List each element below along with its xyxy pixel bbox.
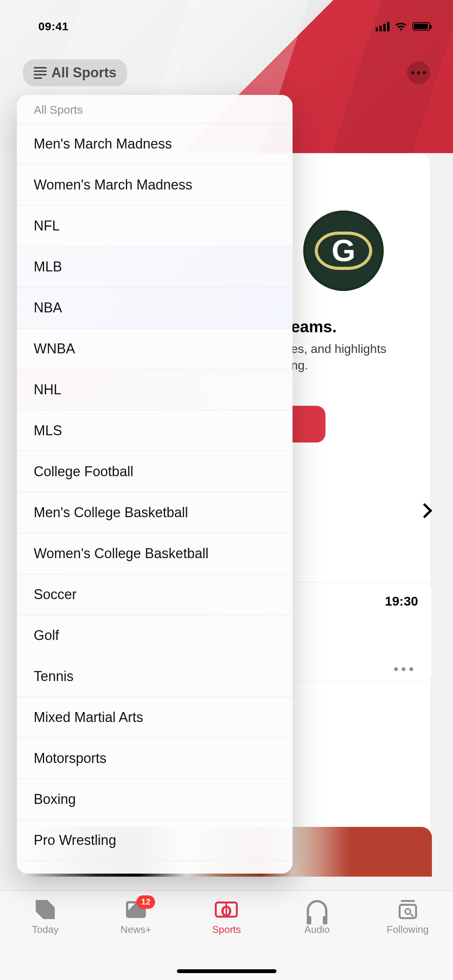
tab-label: News+ [121, 924, 151, 936]
dropdown-item[interactable]: NFL [17, 206, 293, 247]
dropdown-item[interactable]: MLS [17, 410, 293, 451]
status-bar: 09:41 [0, 13, 453, 40]
dropdown-item[interactable]: Tennis [17, 656, 293, 697]
section-row[interactable] [291, 505, 430, 516]
dropdown-item[interactable]: Women's College Basketball [17, 533, 293, 574]
dropdown-item[interactable]: College Football [17, 451, 293, 492]
team-logo-packers: G [303, 211, 384, 291]
card-more-icon[interactable] [394, 667, 413, 671]
dropdown-item[interactable]: Women's March Madness [17, 165, 293, 206]
more-button[interactable] [407, 61, 430, 84]
today-icon [34, 899, 57, 920]
tab-sports[interactable]: Sports [188, 899, 265, 936]
cta-button-partial[interactable] [291, 406, 325, 443]
sports-icon [215, 899, 238, 920]
audio-icon [306, 899, 329, 920]
dropdown-item[interactable]: Mixed Martial Arts [17, 697, 293, 738]
tab-label: Sports [212, 924, 241, 936]
chevron-right-icon [417, 503, 432, 518]
dropdown-item[interactable]: Soccer [17, 574, 293, 615]
score-card[interactable]: 19:30 [291, 582, 432, 681]
following-icon [396, 899, 419, 920]
sports-dropdown: All Sports Men's March Madness Women's M… [17, 95, 293, 874]
newsplus-badge: 12 [136, 895, 155, 909]
dropdown-item[interactable]: NHL [17, 369, 293, 410]
nav-bar: All Sports [0, 54, 453, 92]
wifi-icon [395, 22, 407, 31]
dropdown-item[interactable]: Golf [17, 615, 293, 656]
home-indicator[interactable] [177, 969, 276, 973]
tab-newsplus[interactable]: 12 News+ [98, 899, 174, 936]
dropdown-item[interactable]: Motorsports [17, 738, 293, 779]
dropdown-item[interactable]: WNBA [17, 328, 293, 369]
tab-following[interactable]: Following [370, 899, 446, 936]
tab-label: Following [387, 924, 429, 936]
status-time: 09:41 [38, 20, 69, 33]
tab-bar: Today 12 News+ Sports Audio Following [0, 890, 453, 980]
dropdown-item[interactable]: NBA [17, 287, 293, 328]
tab-label: Audio [304, 924, 330, 936]
chip-label: All Sports [51, 65, 116, 81]
dropdown-item[interactable]: Men's March Madness [17, 124, 293, 165]
newsplus-icon: 12 [124, 899, 147, 920]
tab-audio[interactable]: Audio [279, 899, 355, 936]
status-indicators [376, 22, 430, 31]
dropdown-item[interactable]: MLB [17, 247, 293, 287]
dropdown-item[interactable]: Pro Wrestling [17, 820, 293, 861]
battery-icon [412, 22, 430, 31]
all-sports-chip[interactable]: All Sports [23, 59, 127, 86]
list-icon [34, 67, 47, 79]
dropdown-item[interactable]: Boxing [17, 779, 293, 820]
tab-today[interactable]: Today [7, 899, 83, 936]
score-time: 19:30 [385, 594, 418, 609]
subtext-partial: es, and highlights ng. [291, 341, 444, 374]
headline-partial: eams. [291, 318, 337, 336]
dropdown-item[interactable]: Men's College Basketball [17, 492, 293, 533]
cellular-icon [376, 22, 389, 31]
dropdown-header: All Sports [17, 95, 293, 124]
tab-label: Today [32, 924, 59, 936]
